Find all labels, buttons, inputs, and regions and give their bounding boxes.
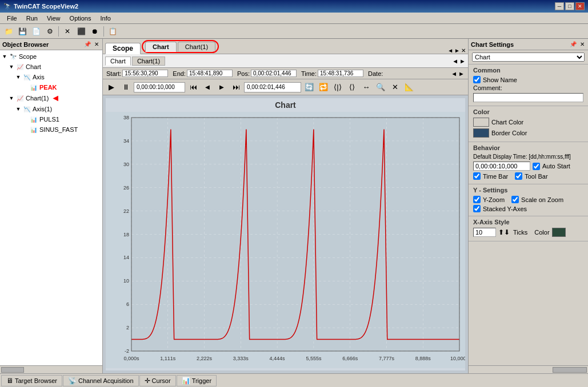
chart-nav-prev[interactable]: ◄ [452, 58, 458, 64]
scope-chart1-tab[interactable]: Chart(1) [178, 42, 215, 51]
expand-chart[interactable]: ▼ [8, 63, 15, 70]
target-browser-btn[interactable]: 🖥 Target Browser [1, 375, 62, 386]
color-title: Color [473, 108, 583, 115]
y-zoom-checkbox[interactable] [473, 196, 481, 203]
object-browser-title: Object Browser [2, 41, 49, 48]
toolbar-copy[interactable]: 📋 [106, 25, 119, 38]
expand-sinus[interactable] [22, 126, 29, 133]
scope-tab-next[interactable]: ► [454, 47, 460, 54]
tree-item-axis1[interactable]: ▼ 📉 Axis(1) [1, 104, 101, 114]
zoom-in[interactable]: ⟨|⟩ [331, 81, 344, 94]
menu-file[interactable]: File [2, 14, 22, 23]
pan-btn[interactable]: ✕ [389, 81, 401, 94]
scope-chart-tab[interactable]: Chart [145, 42, 177, 52]
scope-main-tab[interactable]: Scope [105, 43, 141, 54]
expand-scope[interactable]: ▼ [1, 53, 8, 60]
time-scroll-right[interactable]: ► [458, 70, 465, 77]
zoom-out[interactable]: ⟨⟩ [346, 81, 358, 94]
close-button[interactable]: ✕ [575, 2, 585, 10]
toolbar-settings[interactable]: ⚙ [43, 25, 56, 38]
toolbar-new[interactable]: 📄 [30, 25, 42, 38]
scope-tab-close[interactable]: ✕ [461, 47, 466, 54]
tree-item-chart1[interactable]: ▼ 📈 Chart(1) ◄ [1, 92, 101, 104]
tree-item-axis[interactable]: ▼ 📉 Axis [1, 72, 101, 82]
x-color-swatch[interactable] [552, 228, 566, 237]
chart-area: Chart Axis [103, 95, 468, 373]
object-browser-scrollbar-h[interactable] [0, 365, 102, 373]
chart1-icon: 📈 [15, 94, 25, 103]
chart-tab-chart1[interactable]: Chart(1) [132, 57, 165, 66]
y-zoom-label: Y-Zoom [483, 196, 505, 203]
chart-canvas [106, 112, 465, 368]
loop-btn[interactable]: 🔁 [317, 81, 330, 94]
expand-puls1[interactable] [22, 116, 29, 123]
step-fwd[interactable]: ► [215, 81, 228, 94]
toolbar-stop[interactable]: ⬛ [75, 25, 87, 38]
skip-start[interactable]: ⏮ [187, 81, 199, 94]
tool-bar-checkbox[interactable] [515, 172, 522, 180]
chart-color-swatch[interactable] [473, 118, 489, 127]
pause-button[interactable]: ⏸ [119, 81, 132, 94]
default-time-input[interactable] [473, 162, 530, 171]
toolbar-open[interactable]: 📁 [2, 25, 15, 38]
tree-item-sinus[interactable]: 📊 SINUS_FAST [1, 124, 101, 135]
show-name-checkbox[interactable] [473, 76, 481, 83]
toolbar-delete[interactable]: ✕ [61, 25, 74, 38]
settings-dropdown[interactable]: Chart [472, 53, 585, 62]
toolbar-save[interactable]: 💾 [16, 25, 29, 38]
refresh-btn[interactable]: 🔄 [303, 81, 315, 94]
panel-close[interactable]: ✕ [93, 41, 100, 47]
target-browser-icon: 🖥 [6, 377, 13, 385]
chart-color-row: Chart Color [473, 118, 583, 127]
expand-peak[interactable] [22, 84, 29, 91]
play-button[interactable]: ▶ [105, 81, 118, 94]
skip-end[interactable]: ⏭ [230, 81, 242, 94]
tree-item-scope[interactable]: ▼ 🔭 Scope [1, 51, 101, 62]
comment-input[interactable] [473, 93, 583, 102]
time-bar-checkbox[interactable] [473, 172, 481, 180]
menu-info[interactable]: Info [96, 14, 115, 23]
maximize-button[interactable]: □ [565, 2, 574, 10]
chart-tab-chart[interactable]: Chart [105, 57, 131, 66]
date-field: Date: [368, 70, 383, 77]
menu-view[interactable]: View [42, 14, 65, 23]
tree-item-puls1[interactable]: 📊 PULS1 [1, 114, 101, 124]
border-color-swatch[interactable] [473, 128, 489, 138]
app-icon: 🔭 [3, 3, 11, 10]
tree-item-peak[interactable]: 📊 PEAK [1, 82, 101, 92]
auto-start-checkbox[interactable] [533, 163, 540, 170]
ticks-input[interactable] [473, 228, 496, 237]
window-title: TwinCAT ScopeView2 [14, 3, 78, 10]
toolbar-record[interactable]: ⏺ [89, 25, 101, 38]
trigger-btn[interactable]: 📊 Trigger [177, 375, 217, 386]
minimize-button[interactable]: ─ [555, 2, 564, 10]
scope-tab-prev[interactable]: ◄ [447, 47, 453, 54]
time-bar-label: Time Bar [483, 173, 508, 180]
settings-close[interactable]: ✕ [579, 41, 586, 47]
time-scroll-left[interactable]: ◄ [451, 70, 457, 77]
menu-run[interactable]: Run [22, 14, 42, 23]
export-btn[interactable]: 📐 [403, 81, 415, 94]
border-color-label: Border Color [491, 130, 527, 136]
expand-axis[interactable]: ▼ [15, 74, 22, 80]
zoom-fit[interactable]: ↔ [360, 81, 373, 94]
ticks-spin[interactable]: ⬆⬇ [498, 228, 510, 236]
channel-acquisition-btn[interactable]: 📡 Channel Acquisition [63, 375, 139, 386]
puls1-icon: 📊 [29, 115, 38, 124]
settings-pin[interactable]: 📌 [569, 41, 578, 47]
panel-pin[interactable]: 📌 [83, 41, 92, 47]
default-display-time-desc: Default Display Time: [dd,hh:mm:ss,fff] [473, 154, 583, 160]
cursor-btn[interactable]: ✛ Cursor [139, 375, 176, 386]
zoom-select[interactable]: 🔍 [374, 81, 387, 94]
expand-chart1[interactable]: ▼ [8, 95, 15, 102]
chart-color-label: Chart Color [491, 119, 523, 126]
settings-scrollbar-h[interactable] [469, 365, 588, 373]
stacked-y-axes-checkbox[interactable] [473, 205, 481, 212]
expand-axis1[interactable]: ▼ [15, 106, 22, 112]
step-back[interactable]: ◄ [201, 81, 214, 94]
scale-on-zoom-checkbox[interactable] [511, 196, 519, 203]
settings-title: Chart Settings [471, 41, 514, 48]
tree-item-chart[interactable]: ▼ 📈 Chart [1, 62, 101, 72]
menu-options[interactable]: Options [65, 14, 96, 23]
chart-nav-next[interactable]: ► [459, 58, 466, 64]
